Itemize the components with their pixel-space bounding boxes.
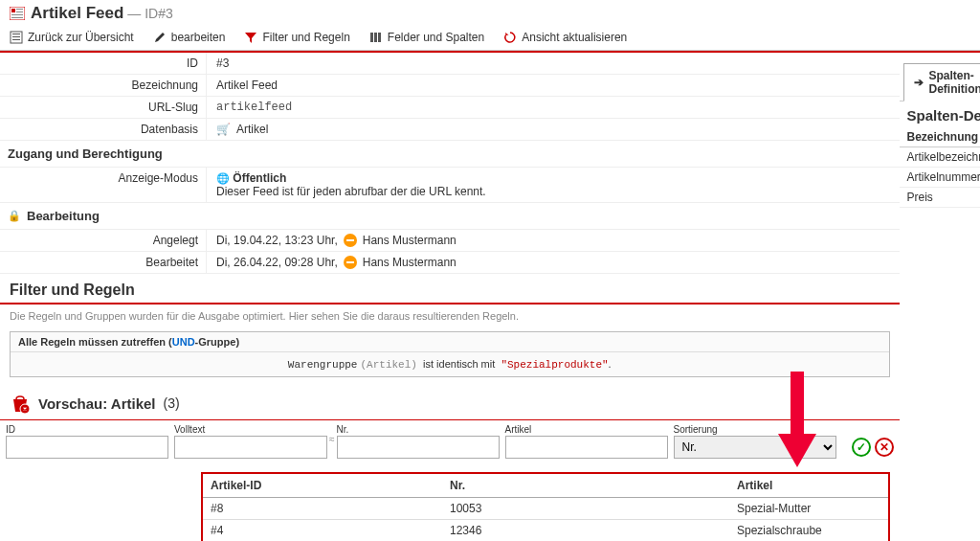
user-dot-icon	[344, 234, 357, 247]
preview-table-highlight: Artikel-ID Nr. Artikel #810053Spezial-Mu…	[201, 472, 890, 541]
filter-nr-input[interactable]	[337, 436, 500, 459]
svg-rect-4	[11, 14, 23, 15]
svg-rect-1	[11, 9, 15, 12]
col-bezeichnung: Bezeichnung	[900, 127, 981, 147]
label-base: Datenbasis	[0, 119, 207, 140]
label-id: ID	[0, 53, 207, 74]
svg-rect-5	[11, 17, 23, 18]
svg-rect-2	[16, 9, 23, 10]
section-access: Zugang und Berechtigung	[0, 141, 900, 168]
columns-icon	[369, 31, 383, 44]
svg-rect-14	[791, 372, 804, 439]
tab-spalten-definition[interactable]: ➔Spalten-Definition	[903, 63, 981, 101]
feed-icon	[10, 7, 25, 20]
col-artikel-id[interactable]: Artikel-ID	[203, 474, 442, 498]
apply-filter-button[interactable]: ✓	[852, 438, 871, 457]
svg-rect-9	[12, 39, 20, 40]
svg-rect-3	[16, 11, 23, 12]
table-row[interactable]: PreisPreis	[900, 188, 981, 208]
arrow-right-icon: ➔	[914, 76, 924, 89]
tilde-icon: ≈	[329, 434, 335, 444]
toolbar-back[interactable]: Zurück zur Übersicht	[10, 31, 134, 44]
cart-icon: 🛒	[216, 123, 231, 136]
value-slug: artikelfeed	[207, 97, 900, 118]
page-title-suffix: — ID#3	[127, 6, 172, 21]
preview-header: Vorschau: Artikel (3)	[0, 387, 900, 420]
section-rules: Filter und Regeln	[0, 274, 900, 304]
filter-bar: ID Volltext ≈ Nr. Artikel SortierungNr. …	[0, 420, 900, 462]
refresh-icon	[503, 31, 517, 44]
columns-def-table: Bezeichnung XML ArtikelbezeichnungArtike…	[900, 127, 981, 208]
value-base: 🛒Artikel	[207, 119, 900, 140]
rules-hint: Die Regeln und Gruppen wurden für die Au…	[0, 304, 900, 327]
value-modified: Di, 26.04.22, 09:28 Uhr,Hans Mustermann	[207, 252, 900, 273]
toolbar-refresh[interactable]: Ansicht aktualisieren	[503, 31, 627, 44]
toolbar-edit[interactable]: bearbeiten	[153, 31, 226, 44]
svg-rect-11	[374, 33, 377, 42]
label-created: Angelegt	[0, 230, 207, 251]
toolbar: Zurück zur Übersicht bearbeiten Filter u…	[0, 25, 980, 51]
list-icon	[10, 31, 23, 44]
label-name: Bezeichnung	[0, 75, 207, 96]
clear-filter-button[interactable]: ✕	[875, 438, 894, 457]
label-mode: Anzeige-Modus	[0, 168, 207, 202]
table-row[interactable]: #412346Spezialschraube	[203, 520, 888, 542]
user-dot-icon	[344, 256, 357, 269]
page-header: Artikel Feed — ID#3	[0, 0, 980, 25]
page-title: Artikel Feed	[31, 4, 123, 23]
table-row[interactable]: ArtikelnummerArtikelnummer	[900, 168, 981, 188]
svg-rect-7	[12, 34, 20, 34]
toolbar-fields[interactable]: Felder und Spalten	[369, 31, 484, 44]
side-panel-title: Spalten-Definition	[900, 101, 981, 127]
filter-icon	[244, 31, 257, 44]
bag-icon	[10, 393, 31, 414]
preview-title: Vorschau: Artikel	[38, 395, 156, 412]
toolbar-filter[interactable]: Filter und Regeln	[244, 31, 349, 44]
filter-id-input[interactable]	[6, 436, 168, 459]
label-slug: URL-Slug	[0, 97, 207, 118]
filter-fulltext-input[interactable]	[174, 436, 327, 459]
value-name: Artikel Feed	[207, 75, 900, 96]
rules-box: Alle Regeln müssen zutreffen (UND-Gruppe…	[10, 331, 890, 377]
table-row[interactable]: #810053Spezial-Mutter	[203, 498, 888, 520]
value-created: Di, 19.04.22, 13:23 Uhr,Hans Mustermann	[207, 230, 900, 251]
globe-icon: 🌐	[216, 172, 230, 184]
rule-row: Warengruppe (Artikel) ist identisch mit …	[11, 352, 889, 376]
value-mode: 🌐 Öffentlich Dieser Feed ist für jeden a…	[207, 168, 900, 202]
table-row[interactable]: ArtikelbezeichnungArtikelbezeich	[900, 147, 981, 168]
lock-icon: 🔒	[8, 210, 21, 222]
label-modified: Bearbeitet	[0, 252, 207, 273]
annotation-arrow	[773, 372, 821, 480]
pencil-icon	[153, 31, 167, 44]
col-nr[interactable]: Nr.	[442, 474, 729, 498]
preview-count: (3)	[164, 395, 180, 411]
svg-rect-12	[378, 33, 381, 42]
section-editing: 🔒 Bearbeitung	[0, 203, 900, 230]
svg-rect-8	[12, 36, 20, 37]
filter-artikel-input[interactable]	[505, 436, 668, 459]
value-id: #3	[207, 53, 900, 74]
rules-group-header: Alle Regeln müssen zutreffen (UND-Gruppe…	[11, 332, 889, 352]
preview-table: Artikel-ID Nr. Artikel #810053Spezial-Mu…	[203, 474, 888, 541]
side-tabs: ➔Spalten-Definition ➔Daten-Formate	[900, 56, 981, 101]
svg-rect-10	[370, 33, 373, 42]
